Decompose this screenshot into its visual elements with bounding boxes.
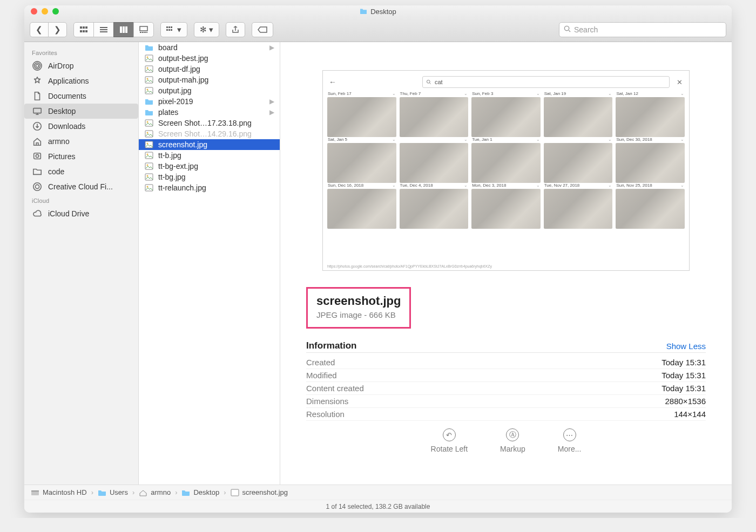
home-icon <box>32 136 43 147</box>
cc-icon <box>32 181 43 192</box>
sidebar-section-header: Favorites <box>24 46 138 58</box>
preview-thumb-group: ⌄ <box>544 137 613 183</box>
sidebar-item-pictures[interactable]: Pictures <box>24 149 138 164</box>
downloads-icon <box>32 121 43 132</box>
window-title: Desktop <box>24 8 732 16</box>
sidebar-item-airdrop[interactable]: AirDrop <box>24 58 138 73</box>
svg-point-32 <box>33 183 41 190</box>
svg-rect-17 <box>166 26 168 28</box>
group-by-button[interactable]: ▾ <box>160 22 187 37</box>
svg-rect-60 <box>231 489 239 496</box>
folder-icon <box>144 97 154 106</box>
info-row: CreatedToday 15:31 <box>306 356 706 369</box>
file-row[interactable]: tt-relaunch.jpg <box>139 182 280 193</box>
file-name: Screen Shot…17.23.18.png <box>158 119 252 127</box>
path-bar[interactable]: Macintosh HD› Users› armno› Desktop› scr… <box>24 485 732 500</box>
file-row[interactable]: output.jpg <box>139 85 280 96</box>
svg-point-35 <box>147 57 148 58</box>
chevron-right-icon: ▶ <box>269 44 274 51</box>
preview-thumb-group: Sun, Dec 16, 2018⌄ <box>327 183 396 229</box>
svg-point-43 <box>147 121 148 123</box>
file-preview-thumbnail: ← cat ✕ Sun, Feb 17⌄Thu, Feb 7⌄Sun, Feb … <box>322 70 690 271</box>
path-segment[interactable]: Users <box>110 488 128 496</box>
preview-url-hint: https://photos.google.com/search/cat/pho… <box>327 264 492 268</box>
svg-rect-36 <box>145 66 153 72</box>
sidebar-item-desktop[interactable]: Desktop <box>24 104 138 119</box>
view-segment <box>73 22 154 37</box>
file-row[interactable]: Screen Shot…17.23.18.png <box>139 118 280 128</box>
file-column[interactable]: board▶output-best.jpgoutput-df.jpgoutput… <box>139 42 280 485</box>
file-name: board <box>158 43 178 52</box>
file-name: Screen Shot…14.29.16.png <box>158 129 252 138</box>
svg-rect-50 <box>145 163 153 169</box>
detail-subtitle: JPEG image - 666 KB <box>316 310 401 319</box>
file-row[interactable]: output-df.jpg <box>139 64 280 74</box>
svg-rect-4 <box>83 30 85 32</box>
sidebar-item-label: Creative Cloud Fi... <box>48 182 113 191</box>
info-row: ModifiedToday 15:31 <box>306 369 706 382</box>
share-button[interactable] <box>226 22 245 37</box>
sidebar-item-label: AirDrop <box>48 62 73 70</box>
sidebar-item-documents[interactable]: Documents <box>24 88 138 104</box>
file-name: output-df.jpg <box>158 65 200 73</box>
markup-label: Markup <box>500 445 525 453</box>
file-row[interactable]: tt-b.jpg <box>139 150 280 161</box>
more-action[interactable]: ⋯ More... <box>558 428 582 453</box>
svg-rect-2 <box>85 26 87 29</box>
sidebar-item-icloud-drive[interactable]: iCloud Drive <box>24 206 138 221</box>
file-row[interactable]: tt-bg-ext.jpg <box>139 161 280 172</box>
preview-thumb-row: Sat, Jan 5⌄⌄Tue, Jan 1⌄⌄Sun, Dec 30, 201… <box>327 137 685 183</box>
search-field[interactable]: Search <box>559 22 726 37</box>
tags-button[interactable] <box>252 22 273 37</box>
file-row[interactable]: plates▶ <box>139 107 280 118</box>
icon-view-button[interactable] <box>73 22 94 37</box>
sidebar-item-applications[interactable]: Applications <box>24 73 138 88</box>
svg-rect-34 <box>145 55 153 62</box>
svg-rect-13 <box>140 32 141 33</box>
file-row[interactable]: pixel-2019▶ <box>139 96 280 107</box>
action-menu-button[interactable]: ✻ ▾ <box>194 22 219 37</box>
svg-rect-15 <box>144 32 146 33</box>
chevron-right-icon: ▶ <box>269 98 274 105</box>
file-name: plates <box>158 108 178 117</box>
file-name: tt-bg.jpg <box>158 173 186 181</box>
svg-rect-59 <box>31 490 39 492</box>
image-file-icon <box>144 76 154 84</box>
path-segment[interactable]: Desktop <box>193 488 219 496</box>
file-row[interactable]: output-best.jpg <box>139 53 280 64</box>
path-segment[interactable]: Macintosh HD <box>43 488 87 496</box>
preview-search-box: cat <box>422 76 670 88</box>
image-file-icon <box>144 162 154 170</box>
file-row[interactable]: tt-bg.jpg <box>139 172 280 182</box>
path-segment[interactable]: screenshot.jpg <box>242 488 288 496</box>
svg-point-51 <box>147 165 148 166</box>
back-button[interactable]: ❮ <box>30 22 49 37</box>
sidebar-item-armno[interactable]: armno <box>24 134 138 149</box>
sidebar-item-code[interactable]: code <box>24 164 138 179</box>
gallery-view-button[interactable] <box>133 22 154 37</box>
file-row[interactable]: screenshot.jpg <box>139 139 280 150</box>
sidebar[interactable]: FavoritesAirDropApplicationsDocumentsDes… <box>24 42 139 485</box>
column-view-button[interactable] <box>113 22 134 37</box>
path-segment[interactable]: armno <box>151 488 171 496</box>
list-view-button[interactable] <box>93 22 114 37</box>
preview-thumb-group: Sun, Dec 30, 2018⌄ <box>616 137 685 183</box>
info-value: Today 15:31 <box>662 371 706 380</box>
preview-photo <box>544 189 613 229</box>
preview-date-label: Tue, Nov 27, 2018⌄ <box>544 183 613 188</box>
show-less-link[interactable]: Show Less <box>666 342 706 351</box>
preview-date-label: Tue, Jan 1⌄ <box>471 137 541 142</box>
window-title-text: Desktop <box>370 8 396 16</box>
preview-photo <box>471 97 541 137</box>
file-row[interactable]: output-mah.jpg <box>139 74 280 85</box>
svg-rect-14 <box>142 32 144 33</box>
markup-action[interactable]: Ⓐ Markup <box>500 428 525 453</box>
svg-point-56 <box>427 80 430 83</box>
sidebar-item-downloads[interactable]: Downloads <box>24 119 138 134</box>
preview-thumb-group: Tue, Nov 27, 2018⌄ <box>544 183 613 229</box>
rotate-left-action[interactable]: ↶ Rotate Left <box>431 428 468 453</box>
file-row[interactable]: Screen Shot…14.29.16.png <box>139 128 280 139</box>
file-row[interactable]: board▶ <box>139 42 280 53</box>
sidebar-item-creative-cloud-fi-[interactable]: Creative Cloud Fi... <box>24 179 138 194</box>
forward-button[interactable]: ❯ <box>48 22 67 37</box>
